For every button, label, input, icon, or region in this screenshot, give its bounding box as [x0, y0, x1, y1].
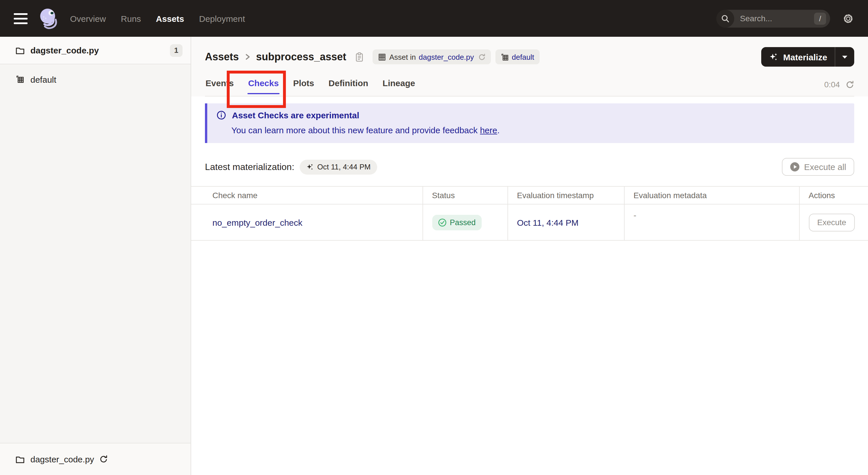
refresh-countdown: 0:04: [825, 80, 840, 89]
asset-group-icon: [500, 53, 509, 61]
evaluation-timestamp-link[interactable]: Oct 11, 4:44 PM: [517, 217, 579, 227]
tab-plots[interactable]: Plots: [292, 73, 315, 96]
banner-suffix: .: [497, 125, 499, 135]
copy-clipboard-icon[interactable]: [355, 52, 363, 62]
page-title: subprocess_asset: [256, 51, 346, 63]
sparkle-icon: [769, 52, 779, 62]
menu-hamburger-icon[interactable]: [10, 8, 31, 29]
folder-icon: [16, 455, 25, 463]
asset-table-icon: [378, 53, 386, 61]
search-box[interactable]: /: [716, 9, 830, 27]
tab-events[interactable]: Events: [205, 73, 234, 96]
execute-button[interactable]: Execute: [809, 213, 855, 231]
materialize-label: Materialize: [783, 52, 827, 62]
dagster-app: Overview Runs Assets Deployment / dagste…: [0, 0, 868, 475]
play-circle-icon: [789, 162, 799, 172]
top-navigation-bar: Overview Runs Assets Deployment /: [0, 0, 868, 37]
asset-group-tag[interactable]: default: [495, 50, 539, 64]
col-status: Status: [423, 186, 507, 204]
group-link[interactable]: default: [512, 53, 534, 61]
col-check-name: Check name: [191, 186, 423, 204]
col-evaluation-metadata: Evaluation metadata: [624, 186, 799, 204]
checks-tab-content: Asset Checks are experimental You can le…: [191, 96, 868, 475]
checks-table: Check name Status Evaluation timestamp E…: [191, 186, 868, 241]
col-evaluation-timestamp: Evaluation timestamp: [507, 186, 624, 204]
asset-tags: Asset in dagster_code.py default: [373, 50, 539, 64]
materialize-button[interactable]: Materialize: [762, 47, 835, 67]
screenshot-viewport: Overview Runs Assets Deployment / dagste…: [0, 0, 868, 475]
asset-sidebar: dagster_code.py 1 default dagster_code.p…: [0, 37, 191, 475]
code-location-label: dagster_code.py: [30, 454, 94, 464]
settings-gear-icon[interactable]: [838, 9, 858, 28]
main-panel: Assets subprocess_asset Asset in dagster…: [191, 37, 868, 475]
latest-materialization-label: Latest materialization:: [205, 162, 294, 172]
nav-item-overview[interactable]: Overview: [70, 13, 106, 23]
code-location-link[interactable]: dagster_code.py: [419, 53, 474, 61]
asset-count-badge: 1: [170, 44, 183, 57]
breadcrumb: Assets subprocess_asset: [205, 51, 363, 63]
banner-title: Asset Checks are experimental: [232, 110, 360, 120]
search-input[interactable]: [739, 13, 802, 24]
asset-page-header: Assets subprocess_asset Asset in dagster…: [191, 37, 868, 96]
nav-item-assets[interactable]: Assets: [156, 13, 184, 23]
nav-item-runs[interactable]: Runs: [121, 13, 141, 23]
search-icon: [716, 9, 734, 27]
sidebar-code-location[interactable]: dagster_code.py: [0, 443, 191, 475]
status-badge: Passed: [432, 214, 482, 230]
feedback-here-link[interactable]: here: [480, 125, 497, 135]
materialize-split-button: Materialize: [762, 47, 854, 67]
body-layout: dagster_code.py 1 default dagster_code.p…: [0, 37, 868, 475]
sidebar-item-label: dagster_code.py: [30, 46, 99, 55]
chevron-right-icon: [244, 53, 251, 61]
sidebar-item-default-group[interactable]: default: [0, 68, 191, 91]
info-icon: [216, 110, 226, 120]
experimental-banner: Asset Checks are experimental You can le…: [205, 103, 854, 143]
caret-down-icon: [842, 55, 848, 59]
refresh-icon[interactable]: [846, 80, 854, 89]
dagster-logo[interactable]: [37, 6, 62, 31]
sidebar-item-label: default: [30, 75, 56, 84]
nav-item-deployment[interactable]: Deployment: [199, 13, 245, 23]
reload-icon[interactable]: [478, 53, 485, 61]
tab-checks[interactable]: Checks: [247, 73, 279, 96]
table-row: no_empty_order_check Passed Oct 11, 4:44…: [191, 204, 868, 240]
sidebar-item-dagster-code[interactable]: dagster_code.py 1: [0, 37, 191, 64]
sparkle-icon: [306, 163, 314, 171]
latest-materialization-pill[interactable]: Oct 11, 4:44 PM: [299, 159, 377, 174]
execute-all-label: Execute all: [804, 162, 846, 172]
asset-group-icon: [16, 75, 25, 84]
execute-all-button[interactable]: Execute all: [782, 158, 854, 176]
dagster-octopus-icon: [38, 7, 61, 30]
check-name-link[interactable]: no_empty_order_check: [212, 217, 303, 227]
latest-materialization-date: Oct 11, 4:44 PM: [317, 162, 371, 171]
search-shortcut-key: /: [814, 12, 826, 24]
tab-definition[interactable]: Definition: [328, 73, 369, 96]
evaluation-metadata-cell: -: [624, 204, 799, 240]
asset-location-tag[interactable]: Asset in dagster_code.py: [373, 50, 491, 64]
tag-prefix: Asset in: [389, 53, 416, 61]
latest-materialization-row: Latest materialization: Oct 11, 4:44 PM …: [205, 158, 854, 176]
banner-body-text: You can learn more about this new featur…: [231, 125, 477, 135]
col-actions: Actions: [799, 186, 868, 204]
materialize-dropdown-button[interactable]: [835, 47, 854, 67]
reload-icon[interactable]: [99, 455, 108, 464]
table-header-row: Check name Status Evaluation timestamp E…: [191, 186, 868, 204]
asset-tabs: Events Checks Plots Definition Lineage 0…: [205, 73, 854, 96]
status-label: Passed: [450, 218, 476, 227]
check-circle-icon: [438, 218, 446, 227]
refresh-timer: 0:04: [825, 80, 855, 96]
banner-body: You can learn more about this new featur…: [231, 125, 845, 135]
folder-icon: [16, 46, 25, 54]
tab-lineage[interactable]: Lineage: [382, 73, 415, 96]
breadcrumb-assets-link[interactable]: Assets: [205, 51, 239, 63]
primary-nav: Overview Runs Assets Deployment: [70, 13, 245, 23]
